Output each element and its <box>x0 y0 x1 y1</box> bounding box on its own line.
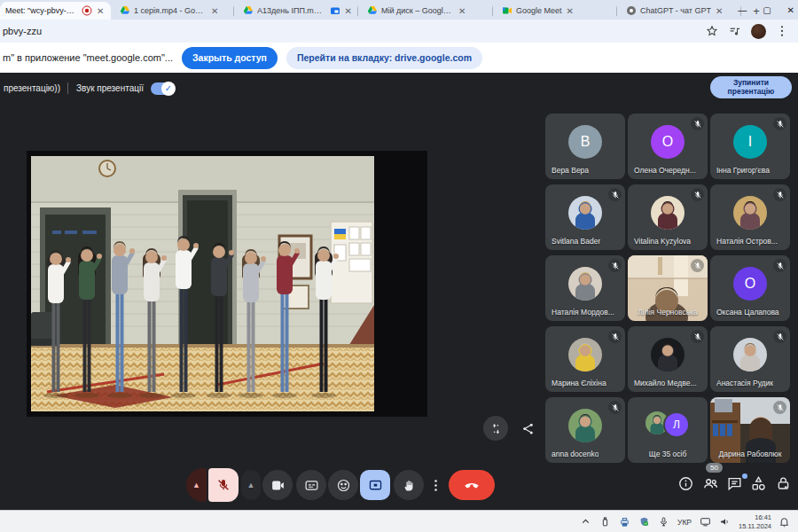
microphone-tray-icon[interactable] <box>658 516 669 528</box>
mic-muted-button[interactable] <box>208 468 239 502</box>
camera-button[interactable] <box>262 470 293 500</box>
captions-button[interactable] <box>296 470 326 500</box>
bookmark-star-icon[interactable] <box>705 24 719 38</box>
drive-icon <box>243 5 254 16</box>
browser-tab[interactable]: А13день ІПП.mp4 - Googl✕ <box>238 2 358 20</box>
participant-name: Інна Григор'єва <box>716 166 770 175</box>
people-icon[interactable] <box>702 475 722 495</box>
tab-label: А13день ІПП.mp4 - Googl <box>257 6 326 15</box>
browser-tab[interactable]: Google Meet✕ <box>497 2 617 20</box>
participant-name: Анастасія Рудик <box>716 379 773 387</box>
participant-tile[interactable]: ООксана Цалапова <box>710 255 790 321</box>
printer-icon[interactable] <box>619 516 630 528</box>
mic-muted-icon <box>773 117 786 130</box>
participant-tile[interactable]: ООлена Очередн... <box>628 113 708 179</box>
more-options-button[interactable] <box>427 470 443 500</box>
date: 15.11.2024 <box>739 522 771 530</box>
media-control-icon[interactable] <box>728 24 742 38</box>
mic-muted-icon <box>691 188 704 201</box>
reactions-button[interactable] <box>328 470 358 500</box>
camera-options-chevron-icon[interactable]: ▲ <box>241 470 261 500</box>
avatar: О <box>651 125 685 159</box>
participant-tile[interactable]: Лілія Черновська <box>628 255 708 321</box>
time: 16:41 <box>755 513 771 521</box>
meet-icon <box>502 5 512 16</box>
mic-muted-icon <box>608 188 622 201</box>
presentation-sound-toggle[interactable]: ✓ <box>151 82 175 95</box>
recording-icon <box>82 5 92 16</box>
close-access-button[interactable]: Закрыть доступ <box>182 47 278 69</box>
toggle-check-icon: ✓ <box>161 82 176 96</box>
tab-close-icon[interactable]: ✕ <box>715 6 724 16</box>
participant-name: Наталія Мордов... <box>552 308 614 317</box>
participant-tile[interactable]: ІІнна Григор'єва <box>710 113 790 179</box>
presentation-bar: презентацію)) Звук презентації ✓ Зупинит… <box>0 76 798 100</box>
tab-label: ChatGPT - чат GPT <box>640 6 711 15</box>
participant-tile[interactable]: Михайло Медве... <box>628 326 708 392</box>
participant-tile[interactable]: ВВера Вера <box>545 113 625 179</box>
tab-close-icon[interactable]: ✕ <box>96 6 105 16</box>
browser-menu-icon[interactable] <box>775 24 789 38</box>
avatar <box>733 196 767 230</box>
raise-hand-button[interactable] <box>394 470 424 500</box>
mic-muted-icon <box>773 401 786 414</box>
participant-tile[interactable]: Svitlana Bader <box>545 184 625 250</box>
participant-tile[interactable]: Дарина Рабовлюк <box>710 397 790 463</box>
close-window-button[interactable]: ✕ <box>787 5 794 15</box>
chat-icon[interactable] <box>726 475 746 495</box>
meeting-info-icon[interactable] <box>677 475 697 495</box>
participant-tile[interactable]: Vitalina Kyzylova <box>628 184 708 250</box>
tray-expand-icon[interactable] <box>580 516 591 528</box>
avatar <box>651 338 685 372</box>
browser-tab[interactable]: Мій диск – Google Диск✕ <box>362 2 493 20</box>
tab-close-icon[interactable]: ✕ <box>344 6 353 16</box>
tab-close-icon[interactable]: ✕ <box>566 6 575 16</box>
mic-muted-icon <box>691 259 704 272</box>
participant-grid: ВВера ВераООлена Очередн...ІІнна Григор'… <box>545 113 793 468</box>
host-controls-icon[interactable] <box>775 475 794 495</box>
volume-icon[interactable] <box>719 516 731 528</box>
presenting-button[interactable] <box>360 470 390 500</box>
tab-close-icon[interactable]: ✕ <box>458 6 466 16</box>
tab-label: Мій диск – Google Диск <box>381 6 454 15</box>
profile-avatar[interactable] <box>751 24 766 39</box>
notification-bell-icon[interactable] <box>778 516 790 528</box>
browser-tab[interactable]: Meet: "wcy-pbvy-zzu"✕ <box>0 2 111 20</box>
participant-tile[interactable]: Анастасія Рудик <box>710 326 790 392</box>
participant-tile[interactable]: Марина Єліхіна <box>545 326 625 392</box>
stop-presentation-button[interactable]: Зупинити презентацію <box>710 76 792 98</box>
browser-tab[interactable]: ChatGPT - чат GPT✕ <box>621 2 741 20</box>
share-icon[interactable] <box>519 419 536 437</box>
avatar <box>568 338 602 372</box>
permission-notification-bar: m" в приложение "meet.google.com"... Зак… <box>0 43 798 74</box>
url-text[interactable]: pbvy-zzu <box>3 26 705 36</box>
tab-divider <box>233 5 234 16</box>
end-call-button[interactable] <box>449 470 495 500</box>
windows-taskbar: УКР 16:41 15.11.2024 <box>0 510 798 532</box>
participant-tile[interactable]: anna docenko <box>545 397 625 463</box>
mic-muted-icon <box>691 330 704 343</box>
taskbar-clock[interactable]: 16:41 15.11.2024 <box>739 513 771 530</box>
activities-icon[interactable] <box>750 475 770 495</box>
mic-muted-icon <box>691 117 704 130</box>
mic-options-chevron-icon[interactable]: ▲ <box>186 468 207 502</box>
maximize-button[interactable]: ▢ <box>763 5 771 15</box>
cast-display-icon[interactable] <box>700 516 711 528</box>
mic-button-group: ▲ <box>186 468 239 502</box>
tab-label: Google Meet <box>516 6 562 15</box>
browser-tab[interactable]: 1 серія.mp4 - Google Диск✕ <box>114 2 234 20</box>
participant-tile[interactable]: ЛЩе 35 осіб <box>628 397 708 463</box>
participant-tile[interactable]: Наталія Мордов... <box>545 255 625 321</box>
tab-close-icon[interactable]: ✕ <box>210 6 219 16</box>
language-indicator[interactable]: УКР <box>677 518 692 527</box>
participant-name: Svitlana Bader <box>552 237 600 246</box>
unpin-presentation-icon[interactable] <box>483 416 508 441</box>
participant-tile[interactable]: Наталія Остров... <box>710 184 790 250</box>
security-shield-icon[interactable] <box>638 516 650 528</box>
shared-screen-region[interactable] <box>27 151 427 417</box>
usb-device-icon[interactable] <box>599 516 611 528</box>
participant-name: Ще 35 осіб <box>628 450 708 458</box>
goto-tab-button[interactable]: Перейти на вкладку: drive.google.com <box>286 47 482 69</box>
avatar <box>568 196 602 230</box>
minimize-button[interactable]: — <box>738 5 747 15</box>
